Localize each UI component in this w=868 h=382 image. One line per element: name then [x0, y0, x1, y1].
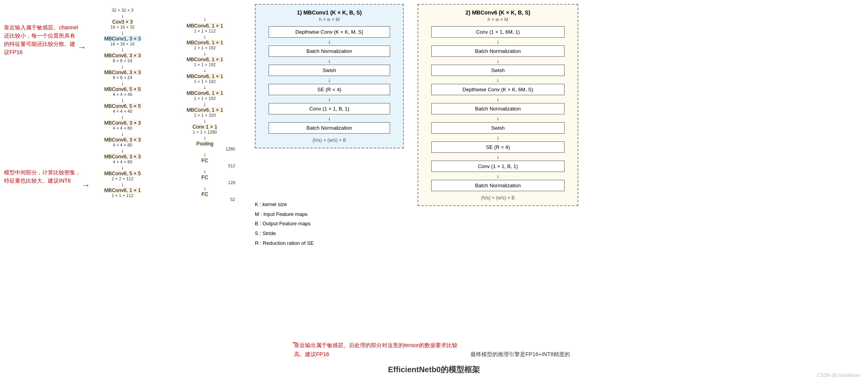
mbconv6-flow: Conv (1 × 1, 6M, 1) ↓ Batch Normalizatio…: [423, 25, 573, 192]
mbconv6-step4: Depthwise Conv (K × K, 6M, S): [431, 84, 565, 95]
mbconv6-step1: Conv (1 × 1, 6M, 1): [431, 26, 565, 38]
col2-mbconv6-5: MBConv6, 1 × 1: [187, 90, 223, 96]
col1-mbconv6-2: MBConv6, 3 × 3: [104, 69, 141, 75]
mbconv1-step6: Batch Normalization: [269, 122, 390, 134]
mbconv1-subtitle: h × w × M: [260, 17, 398, 22]
legend-k: K : kernel size: [255, 200, 314, 210]
col1-cov3x3: Cov3 × 3: [112, 19, 133, 25]
col2-dim3: 1 × 1 × 192: [194, 62, 216, 67]
mbconv6-subtitle: h × w × M: [423, 17, 573, 22]
col1-mbconv6-1: MBConv6, 3 × 3: [104, 53, 141, 58]
red-arrow-top: →: [78, 42, 86, 53]
col1-mbconv6-4: MBConv6, 5 × 5: [104, 103, 141, 109]
mbconv1-step3: Swish: [269, 65, 390, 76]
annotation-left-top: 靠近输入属于敏感层。channel还比较小，每一个位置所具有的特征量可能还比较分…: [4, 24, 78, 56]
footer-title: EfficientNetb0的模型框架: [388, 364, 480, 375]
annotation-bottom-mid: 靠近输出属于敏感层。后处理的部分对这里的tensor的数据要求比较高。建议FP1…: [294, 341, 459, 358]
watermark: CSDN @LeSolielxxx: [817, 373, 860, 378]
col1: 32 × 32 × 3 ↓ Cov3 × 3 16 × 16 × 32 ↓ MB…: [88, 8, 157, 198]
col2-dim5: 1 × 1 × 192: [194, 96, 216, 101]
col2-dim6: 1 × 1 × 320: [194, 113, 216, 118]
col2-dim10: 128: [174, 180, 235, 185]
col2-mbconv6-4: MBConv6, 1 × 1: [187, 73, 223, 79]
mbconv1-detail: 1) MBConv1 (K × K, B, S) h × w × M Depth…: [255, 4, 404, 148]
col2: ↓ MBConv6, 1 × 1 1 × 1 × 112 ↓ MBConv6, …: [171, 8, 239, 202]
legend: K : kernel size M : Input Feature maps B…: [255, 200, 314, 248]
mbconv1-footer: (h/s) × (w/s) × B: [260, 138, 398, 143]
col2-dim7: 1 × 1 × 1280: [193, 130, 217, 134]
mbconv6-footer: (h/s) × (w/s) × B: [423, 195, 573, 201]
col2-dim1: 1 × 1 × 112: [194, 29, 216, 33]
col2-dim4: 1 × 1 × 192: [194, 79, 216, 84]
mbconv1-flow: Depthwise Conv (K × K, M, S) ↓ Batch Nor…: [260, 25, 398, 134]
col2-dim8: 1280: [174, 147, 235, 151]
legend-r: R : Reduction ration of SE: [255, 239, 314, 248]
mbconv6-step8: Conv (1 × 1, B, 1): [431, 161, 565, 172]
col1-dim1: 16 × 16 × 32: [111, 25, 135, 29]
mbconv1-step5: Conv (1 × 1, B, 1): [269, 103, 390, 114]
annotation-left-mid: 模型中间部分，计算比较密集，特征量也比较大。建议INT8: [4, 168, 82, 185]
col1-dim10: 2 × 2 × 112: [112, 176, 134, 181]
col1-dim6: 4 × 4 × 40: [113, 109, 133, 114]
col2-mbconv6-1: MBConv6, 1 × 1: [187, 23, 223, 29]
col2-dim11: 52: [174, 197, 235, 202]
col1-mbconv6-7: MBConv6, 3 × 3: [104, 154, 141, 159]
col1-mbconv6-3: MBConv6, 5 × 5: [104, 86, 141, 92]
mbconv1-step4: SE (R = 4): [269, 84, 390, 95]
col1-top-dim: 32 × 32 × 3: [112, 8, 134, 13]
mbconv6-step7: SE (R = 4): [431, 141, 565, 153]
col2-mbconv6-6: MBConv6, 1 × 1: [187, 107, 223, 113]
mbconv1-step2: Batch Normalization: [269, 45, 390, 57]
col2-mbconv6-3: MBConv6, 1 × 1: [187, 56, 223, 62]
mbconv1-step1: Depthwise Conv (K × K, M, S): [269, 26, 390, 38]
mbconv6-detail: 2) MBConv6 (K × K, B, S) h × w × M Conv …: [418, 4, 578, 206]
col1-dim7: 4 × 4 × 80: [113, 126, 133, 130]
legend-b: B : Output Feature maps: [255, 219, 314, 229]
col2-pooling: Pooling: [196, 141, 213, 147]
col1-mbconv6-6: MBConv6, 3 × 3: [104, 137, 141, 143]
mbconv6-step3: Swish: [431, 65, 565, 76]
col2-mbconv6-2: MBConv6, 1 × 1: [187, 40, 223, 45]
mbconv6-step5: Batch Normalization: [431, 103, 565, 114]
col1-mbconv6-9: MBConv6, 1 × 1: [104, 187, 141, 193]
col2-conv1x1: Conv 1 × 1: [192, 124, 217, 130]
annotation-bottom-right: 最终模型的推理引擎是FP16+INT8精度的: [470, 350, 619, 358]
mbconv6-title: 2) MBConv6 (K × K, B, S): [423, 9, 573, 16]
legend-s: S : Stride: [255, 229, 314, 239]
mbconv1-title: 1) MBConv1 (K × K, B, S): [260, 9, 398, 16]
legend-m: M : Input Feature maps: [255, 210, 314, 219]
col1-dim3: 8 × 8 × 24: [113, 58, 133, 63]
col1-dim8: 4 × 4 × 80: [113, 143, 133, 147]
col2-fc1: FC: [202, 158, 208, 163]
col1-dim4: 8 × 8 × 24: [113, 75, 133, 80]
red-arrow-bottom: ←: [291, 337, 300, 348]
main-container: 靠近输入属于敏感层。channel还比较小，每一个位置所具有的特征量可能还比较分…: [0, 0, 868, 382]
col1-dim2: 16 × 16 × 16: [111, 42, 135, 46]
col1-mbconv1: MBConv1, 3 × 3: [104, 36, 141, 42]
mbconv6-step6: Swish: [431, 122, 565, 134]
mbconv6-step9: Batch Normalization: [431, 180, 565, 191]
col2-dim2: 1 × 1 × 192: [194, 45, 216, 50]
col1-dim5: 4 × 4 × 40: [113, 92, 133, 97]
col1-dim11: 1 × 1 × 112: [112, 193, 134, 198]
col1-mbconv6-5: MBConv6, 3 × 3: [104, 120, 141, 126]
col2-dim9: 512: [174, 163, 235, 168]
col1-dim9: 4 × 4 × 80: [113, 159, 133, 164]
col1-mbconv6-8: MBConv6, 5 × 5: [104, 170, 141, 176]
col2-fc2: FC: [202, 174, 208, 180]
col2-fc3: FC: [202, 191, 208, 197]
mbconv6-step2: Batch Normalization: [431, 45, 565, 57]
